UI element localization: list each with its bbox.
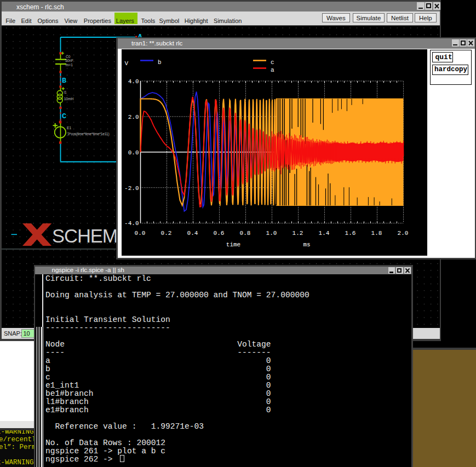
svg-text:-4.0: -4.0 xyxy=(124,220,139,227)
svg-text:c: c xyxy=(271,59,274,66)
svg-text:0.8: 0.8 xyxy=(240,230,251,237)
svg-text:B: B xyxy=(62,77,66,85)
svg-text:V: V xyxy=(125,60,129,67)
svg-text:1.6: 1.6 xyxy=(345,230,356,237)
svg-text:2.0: 2.0 xyxy=(398,230,409,237)
svg-text:4.0: 4.0 xyxy=(128,78,139,85)
svg-text:E1: E1 xyxy=(67,126,71,130)
svg-text:0.2: 0.2 xyxy=(161,230,172,237)
svg-text:'3*cos(time*time*time*1e11): '3*cos(time*time*time*1e11) xyxy=(67,132,109,136)
svg-text:time: time xyxy=(226,241,240,248)
svg-text:10mH: 10mH xyxy=(64,97,73,101)
svg-text:ms: ms xyxy=(303,241,310,248)
svg-text:SCHEM: SCHEM xyxy=(52,226,118,246)
svg-text:1.0: 1.0 xyxy=(266,230,277,237)
svg-text:m=1: m=1 xyxy=(65,63,72,67)
svg-text:l1: l1 xyxy=(64,90,66,94)
svg-text:1.4: 1.4 xyxy=(319,230,330,237)
svg-text:-2.0: -2.0 xyxy=(124,185,139,192)
svg-text:a: a xyxy=(271,67,274,73)
svg-text:0.0: 0.0 xyxy=(135,230,146,237)
svg-text:1.8: 1.8 xyxy=(371,230,382,237)
svg-text:0.0: 0.0 xyxy=(128,149,139,156)
svg-text:C0: C0 xyxy=(66,55,71,59)
svg-text:1.2: 1.2 xyxy=(293,230,303,237)
svg-text:50nF: 50nF xyxy=(65,59,73,62)
svg-text:b: b xyxy=(158,59,162,66)
svg-text:0.4: 0.4 xyxy=(187,230,198,237)
svg-text:C: C xyxy=(62,112,66,120)
svg-text:0.6: 0.6 xyxy=(214,230,225,237)
svg-text:2.0: 2.0 xyxy=(128,114,139,120)
